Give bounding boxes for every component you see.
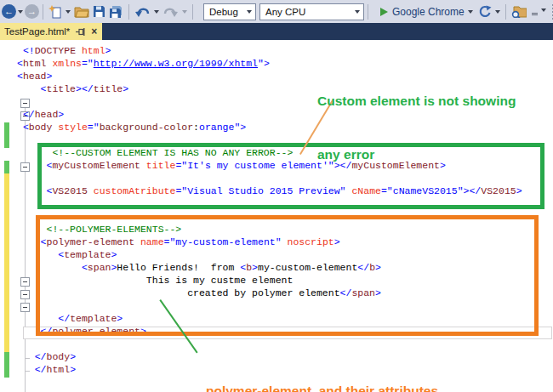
refresh-dropdown-icon[interactable] (495, 10, 500, 16)
code-token: </ (23, 109, 35, 120)
save-all-icon[interactable] (109, 5, 123, 19)
navigate-back-icon[interactable]: ← (2, 4, 16, 19)
undo-dropdown-icon[interactable] (154, 10, 159, 16)
folder-icon (74, 5, 89, 18)
code-token: body (47, 351, 71, 362)
open-file-icon[interactable] (74, 5, 89, 18)
floppy-icon (93, 5, 105, 18)
code-token: : (193, 122, 199, 133)
orange-highlight-box (36, 215, 539, 336)
tab-testpage[interactable]: TestPage.html* × (0, 23, 102, 40)
code-token: html (47, 364, 71, 375)
new-file-icon (48, 5, 62, 19)
code-token (17, 83, 41, 94)
code-token: > (47, 71, 53, 82)
close-icon[interactable]: × (91, 26, 97, 37)
redo-icon[interactable] (162, 5, 179, 18)
solution-platform-value: Any CPU (265, 7, 305, 17)
standard-toolbar: ← → (0, 0, 553, 23)
undo-icon[interactable] (134, 5, 151, 18)
green-annotation-note: Custom element is not showing any error (317, 56, 516, 199)
vs-window: ← → (0, 0, 553, 392)
undo-arrow-icon (134, 5, 151, 18)
document-tab-strip: TestPage.html* × (0, 23, 553, 40)
save-icon[interactable] (93, 5, 105, 18)
find-in-files-icon[interactable] (511, 5, 527, 18)
solution-platform-combo[interactable]: Any CPU (259, 3, 364, 20)
code-token: <! (23, 45, 35, 56)
code-token: < (23, 122, 29, 133)
code-token: "> (258, 58, 270, 69)
toolbar-separator (505, 4, 506, 20)
change-tracking-bar-saved (4, 122, 9, 148)
new-item-dropdown-icon[interactable] (66, 10, 71, 16)
start-debug-button[interactable]: Google Chrome (373, 6, 465, 18)
code-token: < (41, 83, 47, 94)
green-note-line1: Custom element is not showing (317, 92, 516, 110)
play-icon (380, 8, 388, 16)
refresh-icon[interactable] (478, 5, 492, 19)
tab-title: TestPage.html* (4, 26, 70, 37)
code-token: =" (82, 58, 94, 69)
change-tracking-bar-saved (4, 161, 9, 173)
code-line: <!DOCTYPE html> (17, 44, 522, 57)
code-token: > (70, 364, 76, 375)
green-note-line2: any error (317, 145, 516, 163)
refresh-arrow-icon (478, 5, 492, 19)
navigate-back-dropdown-icon[interactable] (18, 10, 23, 16)
toolbar-separator (192, 4, 193, 20)
code-token (17, 122, 23, 133)
code-token: > (105, 45, 111, 56)
toolbar-options-icon[interactable] (530, 8, 548, 16)
chevron-down-icon (541, 9, 546, 14)
floppy-stack-icon (109, 5, 123, 19)
toolbar-separator (43, 4, 43, 20)
code-token: < (17, 58, 23, 69)
code-token: </ (35, 351, 47, 362)
code-token: orange (199, 122, 234, 133)
code-token: =" (88, 122, 100, 133)
change-tracking-bar-saved (4, 352, 9, 378)
code-token (76, 45, 82, 56)
orange-annotation-note: polymer-element and their attributes is … (206, 344, 442, 392)
code-token: head (23, 71, 47, 82)
code-token: < (17, 71, 23, 82)
code-token: DOCTYPE (35, 45, 76, 56)
code-token: > (58, 109, 64, 120)
navigate-forward-icon[interactable]: → (25, 4, 39, 19)
toolbar-separator (368, 4, 368, 20)
code-token (17, 364, 35, 375)
code-token (17, 45, 23, 56)
code-token: html (82, 45, 105, 56)
code-token: html (23, 58, 47, 69)
code-token: http://www.w3.org/1999/xhtml (94, 58, 258, 69)
solution-configuration-value: Debug (209, 7, 238, 17)
chevron-down-icon (355, 10, 360, 16)
code-token: > (70, 351, 76, 362)
toolbar-separator (128, 4, 129, 20)
browser-target-label: Google Chrome (392, 6, 465, 18)
code-token: head (35, 109, 59, 120)
solution-configuration-combo[interactable]: Debug (203, 3, 256, 20)
chevron-down-icon (247, 10, 252, 16)
folder-search-icon (511, 5, 527, 18)
code-token (17, 351, 35, 362)
code-token: title (94, 83, 123, 94)
orange-note-line1: polymer-element and their attributes (206, 382, 442, 392)
code-token: style (58, 122, 88, 133)
code-token: ></ (76, 83, 94, 94)
redo-dropdown-icon[interactable] (182, 10, 187, 16)
redo-arrow-icon (162, 5, 179, 18)
code-token: > (123, 83, 128, 94)
code-token: "> (234, 122, 246, 133)
code-token: xmlns (52, 58, 82, 69)
change-tracking-bar-unsaved (4, 173, 9, 352)
new-item-icon[interactable] (48, 5, 62, 19)
pin-icon[interactable] (76, 27, 85, 37)
browser-target-dropdown-icon[interactable] (468, 10, 473, 16)
code-token: </ (35, 364, 47, 375)
code-token (17, 109, 23, 120)
code-token: title (47, 83, 77, 94)
code-token: background-color (100, 122, 193, 133)
overflow-lines-icon (532, 13, 538, 16)
